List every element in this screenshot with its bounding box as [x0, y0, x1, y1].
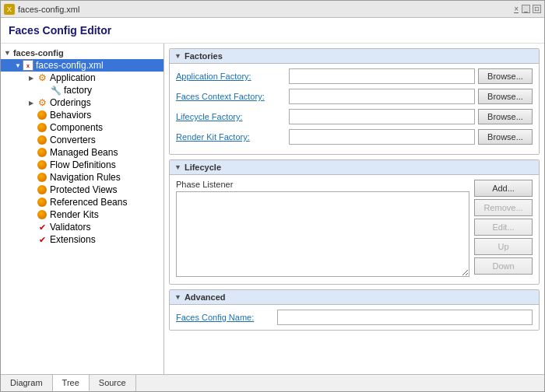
advanced-section-label: Advanced	[185, 292, 226, 302]
render-kit-factory-label[interactable]: Render Kit Factory:	[176, 132, 289, 142]
orderings-icon: ⚙	[37, 97, 47, 108]
faces-context-factory-row: Faces Context Factory: Browse...	[176, 89, 533, 104]
render-kit-factory-browse-button[interactable]: Browse...	[478, 129, 533, 145]
lifecycle-section-header: ▼ Lifecycle	[170, 160, 539, 175]
lifecycle-list-area: Phase Listener	[176, 180, 469, 279]
lifecycle-buttons: Add... Remove... Edit... Up Down	[474, 180, 533, 279]
extensions-icon: ✔	[37, 234, 47, 245]
faces-config-name-label[interactable]: Faces Config Name:	[176, 313, 277, 322]
down-phase-listener-button[interactable]: Down	[474, 257, 533, 275]
tree-item-components[interactable]: Components	[1, 121, 164, 134]
faces-config-name-input[interactable]	[277, 310, 533, 325]
flow-definitions-icon	[37, 159, 47, 170]
advanced-section-header: ▼ Advanced	[170, 290, 539, 305]
advanced-row: Faces Config Name:	[170, 305, 539, 330]
maximize-button[interactable]: □	[533, 5, 541, 13]
tree-item-factory[interactable]: 🔧 factory	[1, 84, 164, 96]
factories-collapse-arrow: ▼	[174, 52, 181, 60]
tree-label-application: Application	[50, 72, 96, 83]
application-factory-label[interactable]: Application Factory:	[176, 72, 289, 81]
lifecycle-factory-label[interactable]: Lifecycle Factory:	[176, 112, 289, 121]
tree-label-managed-beans: Managed Beans	[50, 147, 118, 158]
tree-label-navigation-rules: Navigation Rules	[50, 172, 121, 183]
tab-title: faces-config.xml	[18, 5, 511, 14]
tab-tree[interactable]: Tree	[53, 375, 90, 391]
render-kit-factory-input[interactable]	[289, 129, 475, 145]
tree-label-referenced-beans: Referenced Beans	[50, 197, 127, 208]
tab-diagram[interactable]: Diagram	[1, 375, 53, 391]
tree-label-faces-config-xml: faces-config.xml	[36, 60, 104, 71]
faces-context-factory-browse-button[interactable]: Browse...	[478, 89, 533, 104]
editor-body: ▼ faces-config ▼ x faces-config.xml ▶	[1, 44, 544, 374]
lifecycle-section-label: Lifecycle	[185, 163, 221, 172]
tree-label-extensions: Extensions	[50, 234, 96, 245]
close-tab-button[interactable]: ×	[511, 3, 522, 15]
tree-item-validators[interactable]: ✔ Validators	[1, 221, 164, 233]
tree-item-orderings[interactable]: ▶ ⚙ Orderings	[1, 96, 164, 109]
factory-wrench-icon: 🔧	[51, 85, 62, 96]
window-controls: _ □	[522, 5, 541, 13]
tree-item-navigation-rules[interactable]: Navigation Rules	[1, 171, 164, 184]
bottom-tabs: Diagram Tree Source	[1, 374, 544, 391]
main-window: X faces-config.xml × _ □ Faces Config Ed…	[0, 0, 545, 392]
referenced-beans-icon	[37, 197, 47, 208]
faces-context-factory-input[interactable]	[289, 89, 475, 104]
tree-collapse-arrow: ▼	[4, 49, 11, 57]
tree-section-header: ▼ faces-config	[1, 47, 164, 59]
application-factory-input[interactable]	[289, 68, 475, 84]
tree-item-extensions[interactable]: ✔ Extensions	[1, 233, 164, 246]
tab-source[interactable]: Source	[90, 375, 136, 391]
up-phase-listener-button[interactable]: Up	[474, 238, 533, 255]
lifecycle-factory-browse-button[interactable]: Browse...	[478, 109, 533, 124]
tree-label-protected-views: Protected Views	[50, 184, 118, 195]
remove-phase-listener-button[interactable]: Remove...	[474, 199, 533, 216]
lifecycle-section: ▼ Lifecycle Phase Listener Add... Remove…	[169, 159, 540, 285]
tree-label-factory: factory	[64, 85, 92, 96]
tree-item-flow-definitions[interactable]: Flow Definitions	[1, 159, 164, 171]
tree-item-protected-views[interactable]: Protected Views	[1, 184, 164, 196]
file-icon: X	[4, 4, 15, 15]
tree-item-referenced-beans[interactable]: Referenced Beans	[1, 196, 164, 208]
tree-item-managed-beans[interactable]: Managed Beans	[1, 146, 164, 159]
components-icon	[37, 122, 47, 133]
factories-section-body: Application Factory: Browse... Faces Con…	[170, 64, 539, 154]
validators-icon: ✔	[37, 222, 47, 233]
phase-listener-label: Phase Listener	[176, 180, 469, 189]
phase-listener-textarea[interactable]	[176, 191, 469, 277]
faces-context-factory-label[interactable]: Faces Context Factory:	[176, 92, 289, 101]
protected-views-icon	[37, 184, 47, 195]
lifecycle-factory-row: Lifecycle Factory: Browse...	[176, 109, 533, 124]
add-phase-listener-button[interactable]: Add...	[474, 180, 533, 197]
render-kits-icon	[37, 209, 47, 220]
tree-item-render-kits[interactable]: Render Kits	[1, 208, 164, 221]
lifecycle-factory-input[interactable]	[289, 109, 475, 124]
navigation-rules-icon	[37, 172, 47, 183]
tree-panel: ▼ faces-config ▼ x faces-config.xml ▶	[1, 44, 164, 374]
editor-title: Faces Config Editor	[1, 18, 544, 44]
tree-label-components: Components	[50, 122, 103, 133]
advanced-section: ▼ Advanced Faces Config Name:	[169, 289, 540, 331]
factories-section-header: ▼ Factories	[170, 49, 539, 64]
application-factory-row: Application Factory: Browse...	[176, 68, 533, 84]
render-kit-factory-row: Render Kit Factory: Browse...	[176, 129, 533, 145]
application-factory-browse-button[interactable]: Browse...	[478, 68, 533, 84]
title-bar: X faces-config.xml × _ □	[1, 1, 544, 18]
tree-label-flow-definitions: Flow Definitions	[50, 159, 116, 170]
tree-label-render-kits: Render Kits	[50, 209, 99, 220]
minimize-button[interactable]: _	[522, 5, 530, 13]
tree-item-behaviors[interactable]: Behaviors	[1, 109, 164, 121]
converters-icon	[37, 135, 47, 145]
tree-item-converters[interactable]: Converters	[1, 134, 164, 146]
expand-arrow-faces-config-xml: ▼	[15, 62, 23, 69]
lifecycle-body: Phase Listener Add... Remove... Edit... …	[170, 175, 539, 284]
edit-phase-listener-button[interactable]: Edit...	[474, 219, 533, 236]
tree-label-converters: Converters	[50, 135, 96, 145]
tree-item-application[interactable]: ▶ ⚙ Application	[1, 72, 164, 84]
advanced-collapse-arrow: ▼	[174, 293, 181, 301]
factories-section-label: Factories	[185, 51, 223, 61]
lifecycle-collapse-arrow: ▼	[174, 163, 181, 171]
tree-item-faces-config-xml[interactable]: ▼ x faces-config.xml	[1, 59, 164, 72]
content-panel: ▼ Factories Application Factory: Browse.…	[164, 44, 544, 374]
factories-section: ▼ Factories Application Factory: Browse.…	[169, 48, 540, 155]
application-icon: ⚙	[37, 72, 47, 83]
